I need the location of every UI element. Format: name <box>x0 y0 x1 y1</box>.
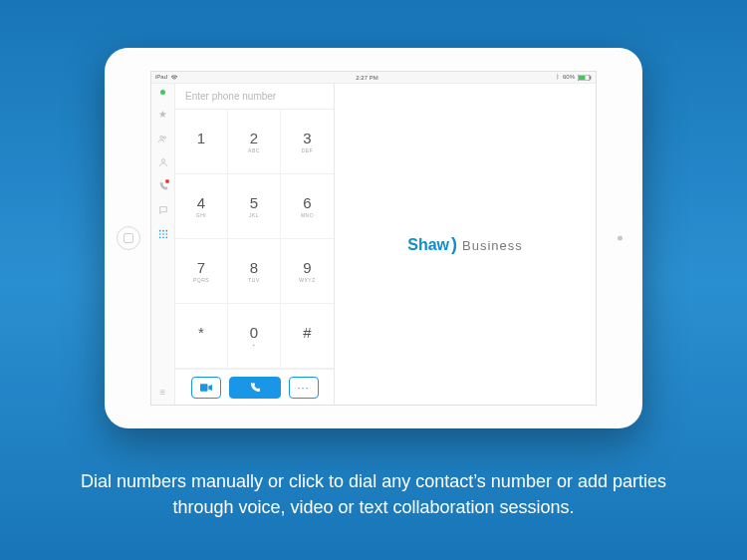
key-digit: # <box>303 324 311 341</box>
voice-call-button[interactable] <box>229 377 281 399</box>
key-letters: TUV <box>248 277 260 283</box>
battery-icon <box>578 74 592 80</box>
wifi-icon <box>170 74 178 80</box>
key-digit: 1 <box>197 130 205 146</box>
key-letters: PQRS <box>193 277 209 283</box>
app-screen: iPad 2:27 PM ᛒ 60% ★ <box>150 71 597 406</box>
svg-point-12 <box>158 237 160 239</box>
contacts-icon[interactable] <box>157 156 169 168</box>
video-call-button[interactable] <box>191 377 221 399</box>
key-digit: 4 <box>197 194 205 211</box>
home-button[interactable] <box>117 226 140 250</box>
marketing-caption: Dial numbers manually or click to dial a… <box>55 468 692 520</box>
dialpad-keypad: 1 2ABC3DEF4GHI5JKL6MNO7PQRS8TUV9WXYZ* 0+… <box>175 110 334 369</box>
key-digit: 8 <box>250 259 258 276</box>
nav-sidebar: ★ ≡ <box>151 84 175 405</box>
dialpad-key-2[interactable]: 2ABC <box>228 110 281 174</box>
svg-rect-2 <box>590 76 591 79</box>
phone-number-input[interactable]: Enter phone number <box>175 84 334 110</box>
key-letters: MNO <box>301 212 314 218</box>
key-digit: 3 <box>303 130 311 146</box>
key-letters: DEF <box>302 147 314 153</box>
svg-point-13 <box>162 237 164 239</box>
carrier-label: iPad <box>155 74 167 80</box>
key-digit: 6 <box>303 194 311 211</box>
front-camera <box>618 236 622 241</box>
bluetooth-icon: ᛒ <box>556 74 560 80</box>
dialpad-key-#[interactable]: # <box>281 304 334 369</box>
key-letters: JKL <box>249 212 259 218</box>
chat-icon[interactable] <box>157 204 169 216</box>
more-actions-button[interactable]: ··· <box>289 377 319 399</box>
content-pane: Shaw ) Business <box>335 84 596 405</box>
svg-point-9 <box>158 233 160 235</box>
menu-icon[interactable]: ≡ <box>157 387 169 399</box>
svg-rect-1 <box>579 76 586 80</box>
svg-rect-15 <box>200 384 208 392</box>
brand-paren: ) <box>451 234 457 255</box>
svg-point-7 <box>162 230 164 232</box>
key-letters <box>307 342 309 348</box>
dialer-pane: Enter phone number 1 2ABC3DEF4GHI5JKL6MN… <box>175 84 335 405</box>
brand-suffix: Business <box>462 238 523 253</box>
dialpad-key-7[interactable]: 7PQRS <box>175 239 228 304</box>
key-digit: 9 <box>303 259 311 276</box>
phone-number-placeholder: Enter phone number <box>185 91 276 102</box>
groups-icon[interactable] <box>157 133 169 144</box>
app-body: ★ ≡ <box>151 84 596 405</box>
key-letters: GHI <box>196 212 206 218</box>
svg-point-4 <box>163 136 165 138</box>
svg-point-14 <box>165 237 167 239</box>
key-letters: + <box>252 342 255 348</box>
key-digit: * <box>198 324 204 341</box>
key-letters: ABC <box>248 147 260 153</box>
svg-point-8 <box>165 230 167 232</box>
dialpad-key-8[interactable]: 8TUV <box>228 239 281 304</box>
dialpad-key-3[interactable]: 3DEF <box>281 110 334 174</box>
battery-percent: 60% <box>563 74 575 80</box>
svg-point-5 <box>161 159 164 162</box>
dialpad-key-4[interactable]: 4GHI <box>175 174 228 239</box>
dialer-actions: ··· <box>175 369 334 405</box>
brand-name: Shaw <box>407 236 449 254</box>
svg-point-3 <box>160 136 163 139</box>
status-bar: iPad 2:27 PM ᛒ 60% <box>151 72 596 84</box>
dialpad-key-1[interactable]: 1 <box>175 110 228 174</box>
key-letters <box>200 147 202 153</box>
key-digit: 7 <box>197 259 205 276</box>
dialpad-key-6[interactable]: 6MNO <box>281 174 334 239</box>
dialpad-icon[interactable] <box>157 228 169 240</box>
key-digit: 0 <box>250 324 258 341</box>
key-letters <box>200 342 202 348</box>
missed-call-badge <box>165 179 169 183</box>
svg-point-11 <box>165 233 167 235</box>
tablet-frame: iPad 2:27 PM ᛒ 60% ★ <box>105 48 642 428</box>
dialpad-key-9[interactable]: 9WXYZ <box>281 239 334 304</box>
key-letters: WXYZ <box>299 277 315 283</box>
dialpad-key-*[interactable]: * <box>175 304 228 369</box>
key-digit: 5 <box>250 194 258 211</box>
svg-point-10 <box>162 233 164 235</box>
dialpad-key-5[interactable]: 5JKL <box>228 174 281 239</box>
brand-logo: Shaw ) Business <box>407 234 523 255</box>
dialpad-key-0[interactable]: 0+ <box>228 304 281 369</box>
key-digit: 2 <box>250 130 258 146</box>
favorites-icon[interactable]: ★ <box>157 109 169 121</box>
status-time: 2:27 PM <box>356 75 377 81</box>
calls-icon[interactable] <box>157 180 169 192</box>
svg-point-6 <box>158 230 160 232</box>
presence-indicator[interactable] <box>160 90 165 95</box>
